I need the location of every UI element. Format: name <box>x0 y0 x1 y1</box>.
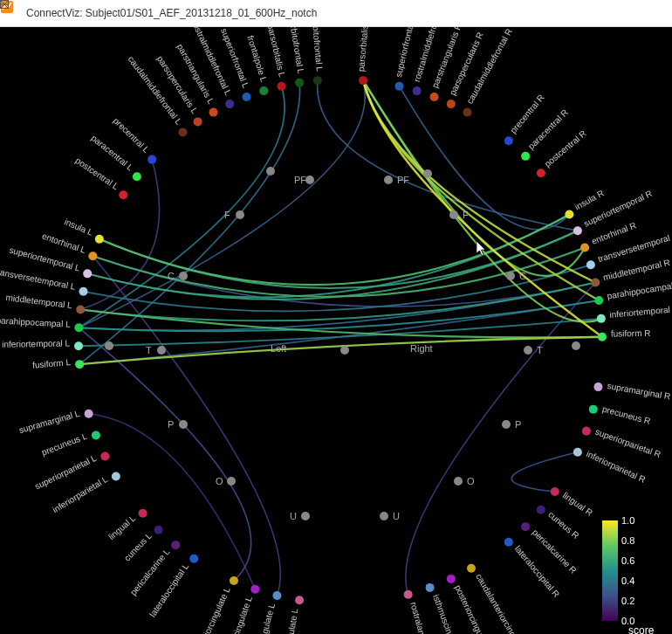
hub-dot-C_L[interactable] <box>179 272 188 280</box>
edge-rostralanteriorcingulate_R--middletemporal_R[interactable] <box>406 283 595 595</box>
node-rostralmiddlefrontal_L[interactable] <box>225 100 234 108</box>
hub-dot-P_R[interactable] <box>502 420 511 429</box>
hub-dot-U_L[interactable] <box>301 512 310 520</box>
node-parsopercularis_L[interactable] <box>194 117 202 126</box>
node-supramarginal_R[interactable] <box>593 382 602 391</box>
node-label-superiorparietal_R: superiorparietal R <box>594 427 662 459</box>
node-middletemporal_R[interactable] <box>591 279 600 287</box>
hub-dot-U_R[interactable] <box>380 512 388 520</box>
node-pericalcarine_R[interactable] <box>521 522 530 531</box>
node-label-parsorbitalis_L: parsorbitalis L <box>265 27 287 79</box>
hub-label-C_L: C <box>168 271 175 281</box>
node-inferiortemporal_L[interactable] <box>74 341 83 350</box>
node-fusiform_R[interactable] <box>598 333 607 341</box>
edge-lingual_R--inferiorparietal_R[interactable] <box>511 452 578 492</box>
hub-label-C_R: C <box>519 271 526 281</box>
node-lateraloccipital_R[interactable] <box>504 538 513 547</box>
node-superiortemporal_R[interactable] <box>573 226 582 235</box>
hub-dot-F_L[interactable] <box>236 210 244 219</box>
node-lingual_L[interactable] <box>139 509 147 518</box>
node-precuneus_R[interactable] <box>589 405 598 414</box>
node-precentral_L[interactable] <box>147 155 156 164</box>
node-label-frontalpole_L: frontalpole L <box>245 34 269 83</box>
node-label-middletemporal_R: middletemporal R <box>602 258 671 282</box>
hub-dot-inner_mid[interactable] <box>340 346 349 355</box>
node-lingual_R[interactable] <box>551 487 559 496</box>
node-middletemporal_L[interactable] <box>76 305 85 314</box>
node-paracentral_R[interactable] <box>521 152 530 161</box>
node-superiortemporal_L[interactable] <box>83 269 92 278</box>
node-postcentral_L[interactable] <box>119 190 127 199</box>
node-insula_L[interactable] <box>95 235 104 244</box>
node-lateraloccipital_L[interactable] <box>189 555 198 563</box>
minimize-button[interactable] <box>552 0 592 26</box>
hub-dot-inner_top_R[interactable] <box>423 169 432 178</box>
node-frontalpole_L[interactable] <box>259 86 268 95</box>
hub-dot-F_R[interactable] <box>449 210 458 219</box>
node-cuneus_L[interactable] <box>154 526 163 534</box>
node-medialorbitofrontal_L[interactable] <box>295 79 304 87</box>
hub-dot-P_L[interactable] <box>179 420 188 429</box>
node-parstriangularis_R[interactable] <box>430 93 439 101</box>
node-precuneus_L[interactable] <box>92 431 100 440</box>
node-superiorfrontal_R[interactable] <box>394 82 403 91</box>
node-precentral_R[interactable] <box>504 136 513 145</box>
node-label-insula_R: insula R <box>573 188 606 211</box>
node-parahippocampal_R[interactable] <box>594 296 603 305</box>
node-supramarginal_L[interactable] <box>85 410 93 418</box>
node-paracentral_L[interactable] <box>133 172 141 181</box>
node-posteriorcingulate_L[interactable] <box>250 585 259 594</box>
node-caudalmiddlefrontal_R[interactable] <box>463 108 471 117</box>
node-parsorbitalis_L[interactable] <box>278 82 286 91</box>
hub-dot-O_R[interactable] <box>454 477 463 486</box>
node-rostralanteriorcingulate_R[interactable] <box>404 590 413 599</box>
node-posteriorcingulate_R[interactable] <box>447 575 456 583</box>
center-label-right: Right <box>410 343 433 354</box>
node-inferiortemporal_R[interactable] <box>597 314 606 323</box>
node-transversetemporal_L[interactable] <box>79 287 88 296</box>
hub-dot-inner_L1[interactable] <box>105 341 113 350</box>
node-entorhinal_L[interactable] <box>88 252 97 260</box>
node-transversetemporal_R[interactable] <box>586 260 595 269</box>
node-superiorparietal_L[interactable] <box>100 452 109 461</box>
hub-dot-T_R[interactable] <box>524 346 532 355</box>
hub-dot-inner_top_L[interactable] <box>266 167 275 176</box>
edge-superiorfrontal_R--insula_R[interactable] <box>399 86 569 230</box>
hub-dot-C_R[interactable] <box>506 272 515 280</box>
maximize-button[interactable] <box>592 0 632 26</box>
node-superiorfrontal_L[interactable] <box>242 93 250 101</box>
node-label-caudalanteriorcingulate_R: caudalanteriorcingulate R <box>474 572 531 634</box>
connectivity-canvas[interactable]: PFPFFFCCTTPPOOUU lateralorbitofrontal Lm… <box>0 27 672 634</box>
node-parahippocampal_L[interactable] <box>74 323 83 332</box>
hub-dot-PF_L[interactable] <box>305 176 314 184</box>
node-parsorbitalis_R[interactable] <box>359 76 367 85</box>
node-cuneus_R[interactable] <box>537 506 545 514</box>
node-entorhinal_R[interactable] <box>580 243 589 252</box>
node-inferiorparietal_R[interactable] <box>573 448 582 457</box>
hub-dot-O_L[interactable] <box>227 477 236 486</box>
node-caudalanteriorcingulate_L[interactable] <box>230 576 238 585</box>
node-postcentral_R[interactable] <box>537 169 545 177</box>
node-pericalcarine_L[interactable] <box>171 541 180 549</box>
hub-dot-PF_R[interactable] <box>384 176 393 184</box>
node-isthmuscingulate_R[interactable] <box>426 583 435 592</box>
node-caudalanteriorcingulate_R[interactable] <box>467 564 476 573</box>
colorbar-tick: 0.0 <box>621 616 634 626</box>
hub-dot-inner_R1[interactable] <box>572 341 580 350</box>
node-parsopercularis_R[interactable] <box>447 100 456 108</box>
node-caudalmiddlefrontal_L[interactable] <box>178 127 187 136</box>
edge-posteriorcingulate_L--supramarginal_L[interactable] <box>89 414 256 589</box>
node-superiorparietal_R[interactable] <box>582 427 591 436</box>
close-button[interactable] <box>632 0 672 26</box>
hub-dot-T_L[interactable] <box>157 346 166 355</box>
connectivity-plot[interactable]: PFPFFFCCTTPPOOUU lateralorbitofrontal Lm… <box>0 27 672 634</box>
node-rostralmiddlefrontal_R[interactable] <box>413 86 422 95</box>
node-label-parsorbitalis_R: parsorbitalis R <box>356 27 371 72</box>
node-insula_R[interactable] <box>565 210 573 219</box>
node-parstriangularis_L[interactable] <box>209 108 218 117</box>
node-inferiorparietal_L[interactable] <box>112 472 120 481</box>
node-isthmuscingulate_L[interactable] <box>272 591 281 600</box>
node-lateralorbitofrontal_L[interactable] <box>313 76 322 85</box>
node-fusiform_L[interactable] <box>75 360 84 369</box>
node-rostralanteriorcingulate_L[interactable] <box>295 596 304 604</box>
